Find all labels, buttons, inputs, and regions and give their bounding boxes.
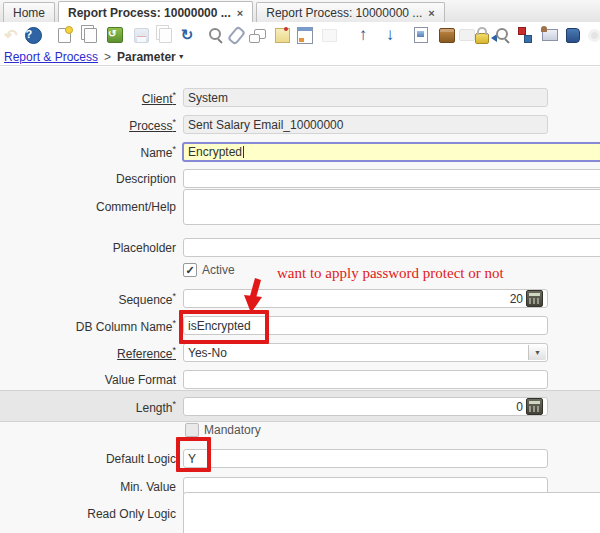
sheet-shape	[84, 28, 97, 43]
archive-icon[interactable]	[438, 26, 456, 44]
padlock-shape	[475, 33, 489, 44]
sheet-shape	[159, 28, 172, 43]
active-row: ✓ Active	[183, 263, 235, 277]
chat-icon[interactable]	[249, 26, 267, 44]
comment-help-field[interactable]	[183, 189, 600, 225]
save-create-icon	[156, 26, 174, 44]
sheet-shape	[58, 28, 71, 43]
workflow-icon[interactable]	[516, 26, 534, 44]
product-info-icon[interactable]	[564, 26, 582, 44]
help-icon[interactable]: ?	[24, 26, 42, 44]
name-field[interactable]: Encrypted	[182, 142, 600, 162]
paperclip-shape	[226, 25, 245, 45]
tab-report-process-active[interactable]: Report Process: 10000000 ... ×	[58, 1, 253, 23]
placeholder-field[interactable]	[183, 238, 600, 257]
db-column-name-value: isEncrypted	[188, 319, 251, 333]
description-label: Description	[0, 172, 176, 186]
calculator-icon[interactable]	[526, 398, 543, 415]
breadcrumb-parent-link[interactable]: Report & Process	[4, 50, 98, 64]
new-record-icon[interactable]	[55, 26, 73, 44]
tab-bar: Home Report Process: 10000000 ... × Repo…	[0, 0, 600, 23]
check-icon: ✓	[185, 264, 194, 277]
mandatory-checkbox[interactable]	[185, 423, 199, 437]
read-only-logic-label: Read Only Logic	[0, 507, 176, 521]
archive-box-shape	[439, 28, 455, 43]
attachment-icon[interactable]	[227, 26, 245, 44]
db-column-name-field[interactable]: isEncrypted	[183, 316, 548, 335]
grid-shape	[297, 27, 313, 44]
description-field[interactable]	[183, 169, 600, 188]
chat-bubble-shape	[254, 29, 266, 39]
tab-label: Report Process: 10000000 ...	[68, 6, 231, 20]
blue-box-shape	[566, 28, 580, 43]
annotation-text: want to apply password protect or not	[277, 265, 504, 282]
length-field[interactable]: 0	[183, 397, 548, 416]
breadcrumb-current-menu[interactable]: Parameter▼	[117, 50, 185, 64]
mandatory-row: Mandatory	[185, 423, 261, 437]
process-value: Sent Salary Email_10000000	[188, 118, 343, 132]
zoom-across-icon[interactable]	[491, 26, 509, 44]
toolbar: ↶ ? ↺ ↻ ↑ ↓	[0, 22, 600, 48]
delete-record-icon[interactable]: ↺	[106, 26, 124, 44]
dropdown-button[interactable]: ▼	[528, 345, 546, 360]
sequence-label: Sequence*	[0, 291, 176, 307]
help-glyph: ?	[25, 27, 42, 44]
report-icon[interactable]	[412, 26, 430, 44]
read-only-logic-field[interactable]	[183, 492, 600, 533]
copy-record-icon[interactable]	[81, 26, 99, 44]
note-icon[interactable]	[273, 26, 291, 44]
default-logic-value: Y	[188, 452, 196, 466]
previous-record-icon[interactable]: ↑	[354, 26, 372, 44]
tab-label: Home	[13, 6, 45, 20]
text-cursor	[243, 146, 244, 158]
grid-toggle-icon[interactable]	[296, 26, 314, 44]
mandatory-label: Mandatory	[204, 423, 261, 437]
reference-value: Yes-No	[188, 346, 227, 360]
preferences-icon	[585, 26, 600, 44]
tab-report-process-2[interactable]: Report Process: 10000000 ... ×	[256, 2, 445, 22]
close-icon[interactable]: ×	[428, 8, 434, 18]
sequence-field[interactable]: 20	[183, 289, 548, 308]
app-window: Home Report Process: 10000000 ... × Repo…	[0, 0, 600, 533]
refresh-icon[interactable]: ↻	[178, 26, 196, 44]
sequence-value: 20	[188, 292, 523, 306]
default-logic-field[interactable]: Y	[183, 449, 548, 468]
envelope-shape	[542, 29, 558, 41]
next-record-icon[interactable]: ↓	[381, 26, 399, 44]
requests-icon[interactable]	[541, 26, 559, 44]
client-value: System	[188, 91, 228, 105]
calculator-icon[interactable]	[526, 290, 543, 307]
close-icon[interactable]: ×	[237, 8, 243, 18]
tab-home[interactable]: Home	[3, 2, 55, 22]
name-value: Encrypted	[188, 145, 242, 159]
lens-shape	[209, 28, 221, 40]
client-field[interactable]: System	[183, 88, 548, 107]
parameter-form: Client* System Process* Sent Salary Emai…	[0, 67, 600, 533]
client-label: Client*	[0, 90, 176, 106]
caret-down-icon: ▼	[178, 53, 185, 60]
lock-icon[interactable]	[473, 26, 491, 44]
comment-help-label: Comment/Help	[0, 200, 176, 214]
find-icon[interactable]	[204, 26, 222, 44]
detail-record-icon	[320, 26, 338, 44]
reference-combobox[interactable]: Yes-No▼	[183, 343, 548, 362]
tab-label: Report Process: 10000000 ...	[266, 6, 422, 20]
floppy-shape	[134, 28, 149, 43]
sticky-note-shape	[275, 28, 290, 43]
gear-shape	[588, 29, 600, 42]
chevron-down-icon: ▼	[534, 349, 541, 356]
breadcrumb: Report & Process > Parameter▼	[0, 48, 600, 66]
placeholder-label: Placeholder	[0, 241, 176, 255]
workflow-shape	[517, 27, 533, 43]
lens-shape	[496, 28, 508, 40]
active-checkbox[interactable]: ✓	[183, 263, 197, 277]
breadcrumb-current-label: Parameter	[117, 50, 176, 64]
report-doc-shape	[414, 27, 428, 43]
value-format-field[interactable]	[183, 370, 548, 389]
process-field[interactable]: Sent Salary Email_10000000	[183, 115, 548, 134]
detail-shape	[322, 29, 337, 42]
default-logic-label: Default Logic	[0, 452, 176, 466]
db-column-name-label: DB Column Name*	[0, 318, 176, 334]
undo-icon: ↶	[2, 26, 20, 44]
breadcrumb-separator: >	[104, 50, 111, 64]
